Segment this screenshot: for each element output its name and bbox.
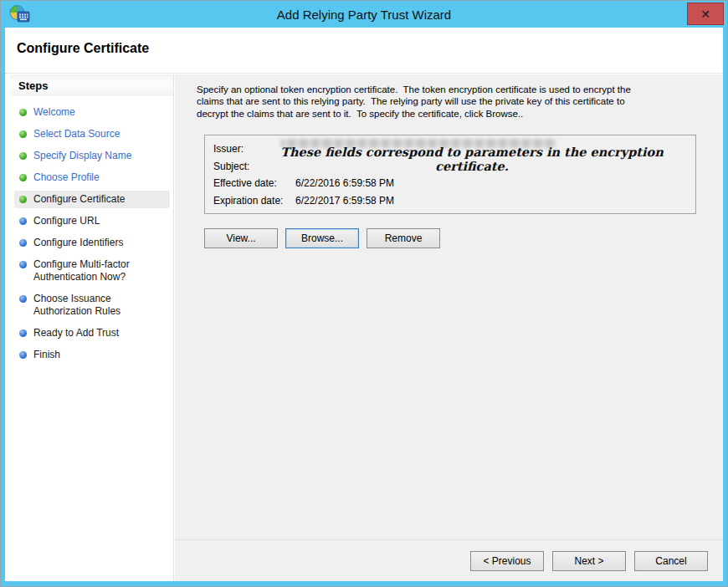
step-item-welcome[interactable]: Welcome xyxy=(14,104,170,121)
step-item-select-data-source[interactable]: Select Data Source xyxy=(14,125,170,143)
title-bar[interactable]: Add Relying Party Trust Wizard ✕ xyxy=(1,1,727,28)
step-status-bullet xyxy=(19,152,27,160)
certificate-field-row: Effective date: 6/22/2016 6:59:58 PM xyxy=(213,175,687,192)
description-line: decrypt the claims that are sent to it. … xyxy=(197,108,631,120)
browse-button[interactable]: Browse... xyxy=(285,228,359,248)
dialog-body: Configure Certificate Steps Welcome Sele… xyxy=(5,28,723,581)
step-item-label: Configure Certificate xyxy=(33,193,125,206)
step-status-bullet xyxy=(19,295,27,303)
step-item-configure-certificate: Configure Certificate xyxy=(14,191,170,208)
cancel-button[interactable]: Cancel xyxy=(634,551,708,571)
step-item-label: Select Data Source xyxy=(33,128,120,140)
step-item-ready-to-add-trust: Ready to Add Trust xyxy=(14,324,170,342)
step-item-label: Choose Issuance Authorization Rules xyxy=(33,293,167,318)
step-status-bullet xyxy=(19,239,27,247)
step-item-label: Welcome xyxy=(33,106,75,119)
page-title: Configure Certificate xyxy=(17,41,149,56)
steps-sidebar: Steps Welcome Select Data Source Specify… xyxy=(10,74,174,581)
step-item-configure-url: Configure URL xyxy=(14,212,170,230)
next-button[interactable]: Next > xyxy=(552,551,626,571)
step-status-bullet xyxy=(19,261,27,268)
cert-field-label: Expiration date: xyxy=(213,192,295,210)
wizard-footer: < Previous Next > Cancel xyxy=(175,539,723,581)
steps-list: Welcome Select Data Source Specify Displ… xyxy=(10,96,173,364)
certificate-actions: View... Browse... Remove xyxy=(204,228,440,248)
wizard-window: Add Relying Party Trust Wizard ✕ Configu… xyxy=(0,0,728,587)
description-line: Specify an optional token encryption cer… xyxy=(197,84,631,95)
main-panel: Specify an optional token encryption cer… xyxy=(175,74,723,581)
steps-header: Steps xyxy=(10,74,173,96)
dialog-header: Configure Certificate xyxy=(5,28,723,74)
step-status-bullet xyxy=(19,329,27,337)
step-item-label: Configure URL xyxy=(33,215,100,227)
step-item-choose-profile[interactable]: Choose Profile xyxy=(14,169,170,186)
step-item-choose-issuance-authorization-rules: Choose Issuance Authorization Rules xyxy=(14,290,170,320)
cert-field-value: 6/22/2016 6:59:58 PM xyxy=(295,175,394,192)
step-status-bullet xyxy=(19,174,27,181)
cert-field-label: Effective date: xyxy=(213,175,295,192)
window-title: Add Relying Party Trust Wizard xyxy=(1,8,727,22)
step-status-bullet xyxy=(19,217,27,225)
description: Specify an optional token encryption cer… xyxy=(197,84,631,120)
step-status-bullet xyxy=(19,109,27,116)
step-item-label: Configure Identifiers xyxy=(33,237,123,249)
step-item-configure-multi-factor-authentication-now: Configure Multi-factor Authentication No… xyxy=(14,256,170,286)
step-item-configure-identifiers: Configure Identifiers xyxy=(14,234,170,252)
step-status-bullet xyxy=(19,351,27,359)
cert-field-value: 6/22/2017 6:59:58 PM xyxy=(295,192,394,210)
step-item-label: Choose Profile xyxy=(33,171,100,184)
annotation-note: These fields correspond to parameters in… xyxy=(259,145,685,173)
description-line: claims that are sent to this relying par… xyxy=(197,95,631,107)
certificate-group: These fields correspond to parameters in… xyxy=(204,135,696,214)
step-status-bullet xyxy=(19,130,27,138)
previous-button[interactable]: < Previous xyxy=(470,551,544,571)
certificate-field-row: Expiration date: 6/22/2017 6:59:58 PM xyxy=(213,192,687,210)
step-item-specify-display-name[interactable]: Specify Display Name xyxy=(14,147,170,165)
step-status-bullet xyxy=(19,196,27,203)
view-button[interactable]: View... xyxy=(204,228,278,248)
step-item-label: Configure Multi-factor Authentication No… xyxy=(33,258,167,283)
step-item-finish: Finish xyxy=(14,346,170,364)
step-item-label: Finish xyxy=(33,349,60,361)
remove-button[interactable]: Remove xyxy=(367,228,440,248)
close-button[interactable]: ✕ xyxy=(687,3,724,25)
close-icon: ✕ xyxy=(700,8,710,21)
step-item-label: Specify Display Name xyxy=(33,150,131,162)
step-item-label: Ready to Add Trust xyxy=(33,327,119,339)
